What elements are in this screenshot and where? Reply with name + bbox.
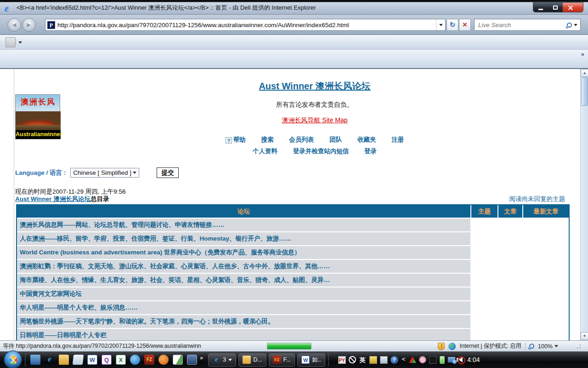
forum-row-link[interactable]: 澳洲长风信息网――网站、论坛总导航、管理问题讨论、申请友情链接……	[17, 218, 470, 231]
show-desktop-icon[interactable]	[30, 355, 40, 365]
nav-help-link[interactable]: ?帮助	[226, 136, 246, 143]
language-select[interactable]: Chinese [ Simplified ]	[70, 168, 139, 178]
close-button[interactable]	[563, 3, 583, 12]
forum-index-link[interactable]: Aust Winner 澳洲长风论坛	[15, 195, 90, 203]
search-box[interactable]	[474, 19, 581, 31]
taskbutton-filezilla[interactable]: FZ F...	[269, 353, 295, 367]
status-bar: 等待 http://pandora.nla.gov.au/pan/79702/2…	[0, 340, 588, 351]
battery-icon[interactable]	[440, 356, 445, 364]
sitemap-link[interactable]: 澳洲长风导航 Site Map	[282, 116, 347, 125]
orange-app-icon[interactable]	[158, 355, 169, 365]
app-square-tray-icon[interactable]	[429, 356, 437, 364]
nav-profile-link[interactable]: 个人资料	[253, 148, 277, 155]
filezilla-icon[interactable]: FZ	[144, 355, 154, 365]
phone-app-icon[interactable]	[130, 355, 140, 365]
site-logo[interactable]: 澳洲长风 Australianwinner	[15, 94, 60, 139]
taskbutton-ie-group[interactable]: e 3	[208, 353, 236, 367]
url-dropdown[interactable]	[436, 19, 445, 30]
app-flower-tray-icon[interactable]	[419, 356, 426, 363]
zoom-control[interactable]: 100%	[529, 343, 571, 350]
security-shield-icon[interactable]	[438, 343, 445, 350]
stop-button[interactable]: ×	[459, 19, 471, 31]
taskbar-divider	[328, 354, 331, 366]
word-icon[interactable]: W	[87, 355, 97, 365]
row-empty-cells	[470, 315, 569, 328]
search-dropdown-icon[interactable]	[574, 24, 577, 26]
forum-row-link[interactable]: World Centre (business and advertisement…	[17, 246, 470, 259]
back-button[interactable]: ◄	[7, 18, 21, 32]
nav-login-pm-link[interactable]: 登录并检查站内短信	[293, 148, 349, 155]
start-button[interactable]	[4, 351, 22, 368]
office-q-icon[interactable]: Q	[102, 355, 112, 365]
taskbar-clock[interactable]: 4:04	[467, 356, 480, 363]
forum-row-link[interactable]: 澳洲彩虹鹦：季刊征稿、文苑天地、游山玩水、社会家庭、心灵絮语、人在他乡、古今中外…	[17, 260, 470, 273]
nav-favorites-link[interactable]: 收藏夹	[357, 136, 376, 143]
nav-memberlist-link[interactable]: 会员列表	[289, 136, 314, 143]
resize-grip	[576, 344, 582, 349]
ime-mspy-icon[interactable]: PY	[338, 356, 346, 364]
recent-pages-icon[interactable]	[6, 37, 16, 47]
help-tray-icon[interactable]: ?	[390, 356, 398, 364]
search-input[interactable]	[475, 22, 567, 29]
ie-quicklaunch-icon[interactable]: e	[45, 355, 55, 365]
nav-search-link[interactable]: 搜索	[261, 136, 274, 143]
nav-row-2: 个人资料 登录并检查站内短信 登录	[64, 147, 565, 155]
table-row: 澳洲长风信息网――网站、论坛总导航、管理问题讨论、申请友情链接……	[17, 218, 569, 231]
forum-row-link[interactable]: 人在澳洲――移民、留学、学府、投资、住宿费用、签证、行装、Homestay、银行…	[17, 232, 470, 245]
volume-muted-icon[interactable]	[458, 357, 463, 362]
refresh-button[interactable]: ↻	[447, 19, 458, 31]
network-icon[interactable]	[447, 356, 456, 363]
forum-row-link[interactable]: 周笔畅世外桃源――天下笔亲宁静、和谐的家。天下笔亲，四海一心；世外桃源，暖亲心田…	[17, 315, 470, 328]
tray-collapse-icon[interactable]: <	[402, 356, 406, 362]
forum-row-link[interactable]: 华人明星――明星个人专栏、娱乐消息……	[17, 301, 470, 314]
quick-launch: e W Q X FZ	[30, 355, 197, 365]
antivirus-tray-icon[interactable]	[409, 356, 416, 363]
nav-login-link[interactable]: 登录	[364, 148, 377, 155]
quicklaunch-overflow-button[interactable]: »	[200, 354, 203, 361]
table-row: World Centre (business and advertisement…	[17, 246, 569, 259]
folder-icon[interactable]	[59, 355, 69, 365]
submit-button[interactable]: 提交	[157, 167, 179, 178]
scroll-down-button[interactable]: ▼	[581, 332, 588, 340]
forum-row-link[interactable]: 中国黄河文艺家网论坛	[17, 288, 470, 300]
minimize-icon	[538, 9, 543, 10]
maximize-button[interactable]	[548, 3, 563, 12]
row-empty-cells	[470, 288, 569, 300]
paint-app-icon[interactable]	[173, 355, 183, 365]
taskbutton-word-doc[interactable]: W 如..	[297, 353, 325, 367]
ie-icon: e	[212, 356, 220, 364]
zone-text: Internet | 保护模式: 启用	[459, 342, 521, 350]
scrollbar-thumb[interactable]	[581, 77, 588, 106]
ime-tools-icon[interactable]	[369, 356, 377, 364]
nav-groups-link[interactable]: 团队	[329, 136, 342, 143]
url-field[interactable]: P http://pandora.nla.gov.au/pan/79702/20…	[45, 19, 446, 31]
forward-button[interactable]: ►	[22, 18, 36, 32]
search-icon[interactable]	[567, 23, 572, 28]
forum-title-link[interactable]: Aust Winner 澳洲长风论坛	[259, 80, 370, 92]
notepad-icon[interactable]	[73, 355, 84, 365]
scroll-up-button[interactable]: ▲	[581, 69, 588, 77]
ime-language-icon[interactable]: 英	[359, 356, 367, 364]
ime-disabled-icon[interactable]	[349, 356, 356, 363]
site-favicon: P	[47, 21, 55, 29]
toolbar-overflow-button[interactable]: »	[581, 51, 584, 58]
ie-group-count: 3	[223, 356, 226, 363]
forum-row-link[interactable]: 海市蜃楼、人在他乡、情缘、生儿育女、旅游、社会、笑话、星相、心灵絮语、音乐、猎奇…	[17, 274, 470, 287]
window-title: <B><a href='index65d2.html?c=12/'>Aust W…	[17, 4, 316, 12]
logo-chinese-text: 澳洲长风	[16, 97, 61, 107]
excel-icon[interactable]: X	[116, 355, 126, 365]
unanswered-topics-link[interactable]: 阅读尚未回复的主题	[509, 195, 565, 203]
taskbar-divider	[25, 354, 28, 366]
vertical-scrollbar[interactable]: ▲ ▼	[580, 69, 588, 340]
progress-bar	[267, 343, 311, 350]
minimize-button[interactable]	[533, 3, 548, 12]
table-row: 澳洲彩虹鹦：季刊征稿、文苑天地、游山玩水、社会家庭、心灵絮语、人在他乡、古今中外…	[17, 260, 569, 273]
taskbutton-folder[interactable]: D...	[238, 353, 266, 367]
forum-row-link[interactable]: 日韩明星――日韩明星个人专栏	[17, 329, 470, 340]
nav-register-link[interactable]: 注册	[391, 136, 404, 143]
row-empty-cells	[470, 329, 569, 340]
ime-menu-icon[interactable]	[380, 356, 388, 364]
recent-pages-dropdown-icon[interactable]	[18, 41, 22, 44]
zoom-dropdown-icon[interactable]	[554, 345, 558, 347]
remote-desktop-icon[interactable]	[187, 355, 197, 365]
